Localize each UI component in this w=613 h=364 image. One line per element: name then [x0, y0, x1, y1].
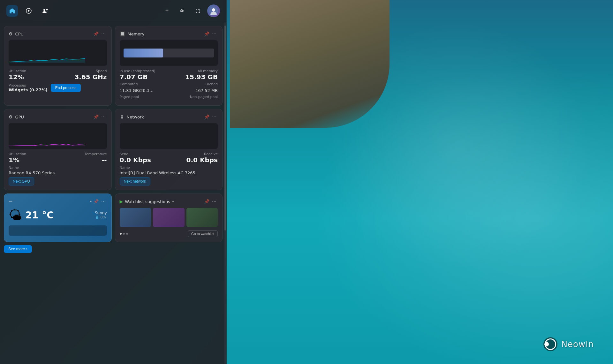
gpu-name-label: Name: [9, 166, 107, 170]
watchlist-title-text: Watchlist suggestions: [125, 199, 170, 204]
gpu-utilization-label: Utilization: [9, 152, 26, 156]
panel-scrollbar[interactable]: [224, 22, 226, 364]
expand-button[interactable]: [192, 5, 203, 17]
desktop-cliffs: [230, 0, 390, 128]
network-send-label: Send: [120, 152, 151, 156]
memory-more-button[interactable]: ⋯: [211, 31, 218, 37]
network-stats-row: Send 0.0 Kbps Receive 0.0 Kbps: [120, 152, 218, 164]
cpu-more-button[interactable]: ⋯: [100, 31, 107, 37]
watchlist-image-1: [120, 208, 151, 227]
svg-point-2: [43, 9, 45, 11]
widgets-grid: ⚙ CPU 📌 ⋯ Utilization 12% Speed 3.65 GHz: [0, 22, 226, 364]
weather-main: 🌤 21 °C Sunny 💧 0%: [9, 207, 107, 223]
gpu-pin-button[interactable]: 📌: [92, 114, 100, 120]
weather-condition: Sunny: [95, 211, 107, 215]
watchlist-more-button[interactable]: ⋯: [211, 198, 218, 205]
cpu-processes-label: Processes: [9, 83, 48, 87]
cpu-pin-button[interactable]: 📌: [92, 31, 100, 37]
weather-sun-icon: 🌤: [9, 207, 22, 223]
next-gpu-button[interactable]: Next GPU: [9, 177, 34, 186]
svg-marker-1: [28, 10, 30, 12]
weather-precip: 💧 0%: [95, 215, 107, 219]
weather-dropdown[interactable]: ▾: [90, 199, 92, 204]
weather-temp-info: 21 °C: [25, 209, 54, 221]
dot-3: [126, 233, 128, 235]
gpu-stats-row: Utilization 1% Temperature --: [9, 152, 107, 164]
gpu-title: GPU: [15, 115, 92, 119]
dot-2: [123, 233, 125, 235]
gpu-temp-col: Temperature --: [85, 152, 107, 164]
memory-pin-button[interactable]: 📌: [203, 31, 211, 37]
gpu-temp-label: Temperature: [85, 152, 107, 156]
refresh-button[interactable]: [177, 5, 188, 17]
watchlist-dropdown[interactable]: ▾: [172, 199, 174, 204]
cpu-speed-label: Speed: [96, 69, 107, 73]
cpu-process-name: Widgets (0.27%): [9, 87, 48, 92]
memory-stats-row: In use (compressed) 7.07 GB All memory 1…: [120, 69, 218, 81]
weather-more-button[interactable]: ⋯: [100, 198, 107, 205]
people-icon[interactable]: [40, 5, 51, 17]
network-title: Network: [127, 115, 203, 119]
network-pin-button[interactable]: 📌: [203, 114, 211, 120]
memory-inuse-label: In use (compressed): [120, 69, 155, 73]
network-receive-label: Receive: [204, 152, 218, 156]
weather-pin-button[interactable]: 📌: [92, 198, 100, 205]
widget-panel: +: [0, 0, 227, 364]
gpu-temp-value: --: [102, 156, 107, 164]
see-more-arrow-icon: ›: [26, 247, 27, 251]
memory-cached-label: Cached: [205, 82, 218, 86]
weather-location: —: [9, 199, 90, 204]
memory-all-label: All memory: [198, 69, 218, 73]
weather-precip-value: 0%: [100, 215, 106, 219]
scrollbar-thumb: [224, 26, 226, 231]
memory-nonpaged-label: Non-paged pool: [190, 95, 218, 99]
cpu-processes-row: Processes Widgets (0.27%) End process: [9, 83, 107, 92]
watchlist-footer: Go to watchlist: [120, 230, 218, 237]
memory-widget: 🔲 Memory 📌 ⋯ In use (compressed) 7.07 GB…: [115, 26, 223, 106]
network-name-value: Intel[R] Dual Band Wireless-AC 7265: [120, 171, 218, 175]
gpu-icon: ⚙: [9, 114, 13, 119]
memory-bar-fill: [124, 49, 163, 57]
neowin-logo: Neowin: [543, 337, 594, 351]
memory-bar-container: [120, 40, 218, 66]
cpu-widget: ⚙ CPU 📌 ⋯ Utilization 12% Speed 3.65 GHz: [4, 26, 112, 106]
memory-bar: [124, 49, 214, 57]
watchlist-image-2: [153, 208, 185, 227]
watchlist-play-icon: ▶: [120, 199, 123, 204]
watchlist-header: ▶ Watchlist suggestions ▾ 📌 ⋯: [120, 198, 218, 205]
add-widget-button[interactable]: +: [161, 5, 173, 17]
cpu-processes-info: Processes Widgets (0.27%): [9, 83, 48, 92]
watchlist-widget: ▶ Watchlist suggestions ▾ 📌 ⋯ Go to watc: [115, 193, 223, 242]
user-avatar[interactable]: [207, 4, 220, 17]
network-send-value: 0.0 Kbps: [120, 156, 151, 164]
gpu-widget-header: ⚙ GPU 📌 ⋯: [9, 114, 107, 120]
memory-paged-label: Paged pool: [120, 95, 139, 99]
memory-inuse-col: In use (compressed) 7.07 GB: [120, 69, 155, 81]
gpu-more-button[interactable]: ⋯: [100, 114, 107, 120]
gpu-utilization-col: Utilization 1%: [9, 152, 26, 164]
weather-forecast-bar: [9, 225, 107, 236]
weather-header: — ▾ 📌 ⋯: [9, 198, 107, 205]
watchlist-pin-button[interactable]: 📌: [203, 198, 211, 205]
network-more-button[interactable]: ⋯: [211, 114, 218, 120]
go-to-watchlist-button[interactable]: Go to watchlist: [188, 230, 218, 237]
next-network-button[interactable]: Next network: [120, 177, 150, 186]
home-icon[interactable]: [6, 5, 18, 17]
memory-widget-header: 🔲 Memory 📌 ⋯: [120, 31, 218, 37]
network-graph: [120, 123, 218, 149]
gpu-widget: ⚙ GPU 📌 ⋯ Utilization 1% Temperature --: [4, 109, 112, 190]
network-widget-header: 🖥 Network 📌 ⋯: [120, 114, 218, 120]
end-process-button[interactable]: End process: [51, 84, 81, 92]
cpu-graph: [9, 40, 107, 66]
media-icon[interactable]: [23, 5, 34, 17]
memory-committed-label: Commited: [120, 82, 138, 86]
cpu-utilization-value: 12%: [9, 73, 26, 81]
memory-all-col: All memory 15.93 GB: [185, 69, 218, 81]
network-send-col: Send 0.0 Kbps: [120, 152, 151, 164]
see-more-button[interactable]: See more ›: [4, 245, 32, 253]
memory-pool-labels-row: Paged pool Non-paged pool: [120, 95, 218, 99]
watchlist-title: ▶ Watchlist suggestions ▾: [120, 199, 203, 204]
memory-title: Memory: [128, 32, 203, 36]
weather-conditions: Sunny 💧 0%: [95, 211, 107, 219]
memory-values-row: 11.83 GB/20.3... 167.52 MB: [120, 88, 218, 93]
